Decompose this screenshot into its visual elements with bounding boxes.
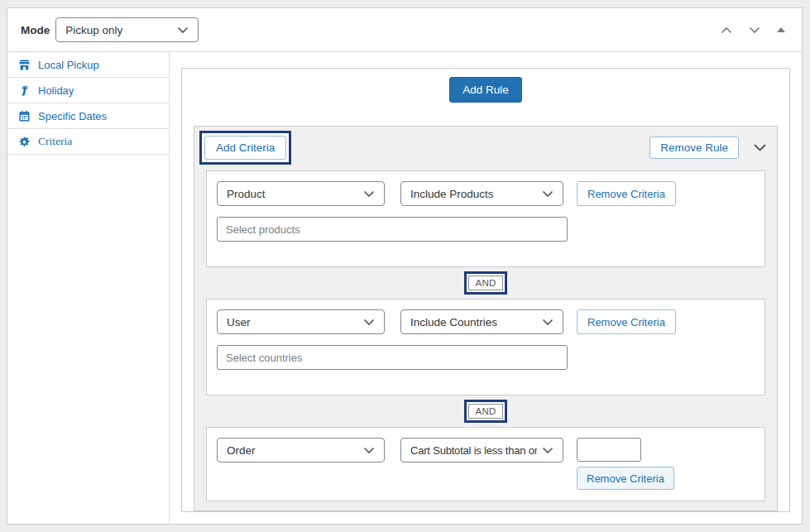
chevron-down-icon xyxy=(177,26,189,34)
remove-rule-button[interactable]: Remove Rule xyxy=(649,137,739,159)
gear-icon xyxy=(18,136,31,148)
select-countries-input[interactable] xyxy=(217,345,568,370)
sidebar-item-label: Holiday xyxy=(38,84,74,97)
rule-panel: Add Criteria Remove Rule Product xyxy=(194,126,778,511)
criteria-type-select[interactable]: User xyxy=(217,309,385,334)
settings-panel: Mode Pickup only Local Pickup xyxy=(7,7,803,525)
and-highlight: AND xyxy=(464,400,506,423)
mode-label: Mode xyxy=(21,24,50,36)
panel-header: Mode Pickup only xyxy=(7,8,802,52)
order-value-input[interactable] xyxy=(577,438,641,462)
and-separator: AND xyxy=(194,271,777,295)
sidebar-item-label: Criteria xyxy=(38,135,72,148)
criteria-type-value: Order xyxy=(227,444,358,457)
criteria-type-select[interactable]: Product xyxy=(217,181,385,206)
chevron-down-icon xyxy=(749,26,760,34)
remove-criteria-button[interactable]: Remove Criteria xyxy=(577,181,676,206)
add-criteria-button[interactable]: Add Criteria xyxy=(204,136,286,160)
criteria-row-order: Order Cart Subtotal is less than or e Re… xyxy=(206,427,765,501)
palmtree-icon xyxy=(18,84,31,97)
main-content: Add Rule Add Criteria Remove Rule xyxy=(170,52,802,525)
criteria-condition-select[interactable]: Include Countries xyxy=(400,309,563,334)
panel-controls xyxy=(719,25,787,36)
criteria-type-select[interactable]: Order xyxy=(217,438,385,463)
add-criteria-highlight: Add Criteria xyxy=(199,131,291,165)
criteria-condition-value: Include Countries xyxy=(410,316,537,328)
chevron-up-icon xyxy=(721,26,732,34)
criteria-condition-value: Cart Subtotal is less than or e xyxy=(410,444,537,457)
chevron-down-icon xyxy=(753,143,767,152)
and-highlight: AND xyxy=(464,271,506,295)
chevron-down-icon xyxy=(542,319,554,326)
rule-header: Add Criteria Remove Rule xyxy=(194,127,777,168)
sidebar-item-criteria[interactable]: Criteria xyxy=(7,129,169,155)
remove-criteria-button[interactable]: Remove Criteria xyxy=(577,467,674,490)
sidebar-item-specific-dates[interactable]: Specific Dates xyxy=(7,103,169,129)
sidebar-item-label: Specific Dates xyxy=(38,110,107,122)
sidebar-item-label: Local Pickup xyxy=(38,59,99,71)
sidebar-item-holiday[interactable]: Holiday xyxy=(7,78,169,103)
criteria-condition-select[interactable]: Cart Subtotal is less than or e xyxy=(400,438,563,463)
chevron-down-icon xyxy=(363,319,375,326)
criteria-row-user: User Include Countries Remove Criteria xyxy=(206,299,765,395)
chevron-down-icon xyxy=(542,447,554,454)
mode-select[interactable]: Pickup only xyxy=(55,17,199,42)
store-icon xyxy=(18,59,31,71)
move-up-button[interactable] xyxy=(719,25,734,36)
criteria-condition-value: Include Products xyxy=(410,188,537,200)
chevron-down-icon xyxy=(363,447,375,454)
mode-select-value: Pickup only xyxy=(65,24,172,36)
criteria-row-product: Product Include Products Remove Criteria xyxy=(206,170,765,267)
move-down-button[interactable] xyxy=(747,25,762,36)
collapse-rule-button[interactable] xyxy=(753,143,767,152)
criteria-type-value: Product xyxy=(227,188,358,200)
remove-criteria-button[interactable]: Remove Criteria xyxy=(577,309,676,334)
select-products-input[interactable] xyxy=(217,217,568,242)
triangle-up-icon xyxy=(777,27,785,32)
and-separator: AND xyxy=(194,400,777,423)
criteria-settings-panel: Add Rule Add Criteria Remove Rule xyxy=(181,68,790,512)
and-badge: AND xyxy=(468,404,502,419)
add-rule-button[interactable]: Add Rule xyxy=(449,77,522,103)
and-badge: AND xyxy=(468,276,502,290)
toggle-panel-button[interactable] xyxy=(775,26,787,34)
chevron-down-icon xyxy=(363,190,375,198)
sidebar-item-local-pickup[interactable]: Local Pickup xyxy=(7,52,169,78)
chevron-down-icon xyxy=(542,190,554,198)
sidebar: Local Pickup Holiday Specific Dates Crit… xyxy=(7,52,170,525)
criteria-type-value: User xyxy=(227,316,358,328)
calendar-icon xyxy=(18,110,31,122)
criteria-condition-select[interactable]: Include Products xyxy=(400,181,563,206)
